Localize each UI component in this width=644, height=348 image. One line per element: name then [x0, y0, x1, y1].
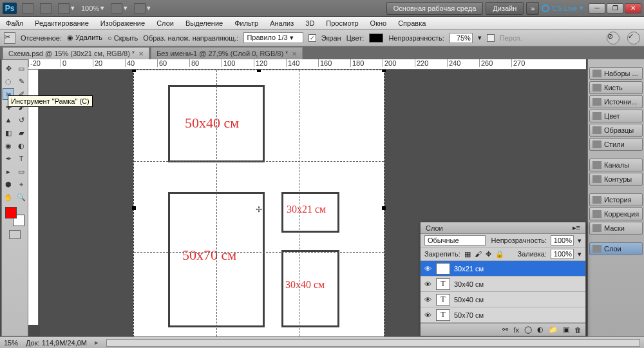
dock-swatches[interactable]: Образцы [589, 124, 643, 137]
lock-position-icon[interactable]: ✥ [486, 250, 491, 258]
layer-opacity-field[interactable]: 100% [551, 235, 574, 246]
visibility-icon[interactable]: 👁 [423, 295, 432, 304]
view-extras-icon[interactable]: ▾ [58, 3, 75, 14]
screen-mode-icon[interactable]: ▾ [134, 3, 151, 14]
dock-color[interactable]: Цвет [589, 110, 643, 122]
adjustment-layer-icon[interactable]: ◐ [537, 325, 544, 334]
lock-all-icon[interactable]: 🔒 [495, 250, 504, 258]
opacity-field[interactable]: 75% [450, 33, 473, 43]
menu-select[interactable]: Выделение [180, 19, 229, 27]
menu-image[interactable]: Изображение [95, 19, 151, 27]
blend-mode-select[interactable]: Обычные [424, 235, 486, 246]
quick-select-tool[interactable]: ✎ [15, 75, 27, 87]
menu-filter[interactable]: Фильтр [229, 19, 264, 27]
menu-3d[interactable]: 3D [299, 19, 320, 27]
pen-tool[interactable]: ✒ [3, 153, 14, 164]
link-layers-icon[interactable]: ⚯ [502, 325, 508, 334]
commit-crop-icon[interactable]: ✓ [627, 32, 640, 44]
workspace-main-button[interactable]: Основная рабочая среда [386, 2, 484, 15]
shield-color-swatch[interactable] [369, 34, 383, 43]
dock-clone-source[interactable]: Источни... [589, 95, 643, 108]
dock-layers[interactable]: Слои [589, 242, 643, 255]
dock-masks[interactable]: Маски [589, 222, 643, 235]
overlay-select[interactable]: Правило 1/3 ▾ [243, 32, 303, 43]
dropdown-icon[interactable]: ▾ [578, 237, 582, 245]
zoom-tool[interactable]: 🔍 [15, 191, 27, 203]
fg-color-swatch[interactable] [5, 207, 17, 218]
menu-view[interactable]: Просмотр [320, 19, 364, 27]
status-zoom[interactable]: 15% [4, 339, 18, 347]
opacity-dropdown-icon[interactable]: ▾ [478, 34, 482, 42]
layers-panel-tab[interactable]: Слои▸≡ [421, 222, 585, 234]
layers-panel[interactable]: Слои▸≡ Обычные Непрозрачность: 100%▾ Зак… [420, 222, 586, 336]
menu-edit[interactable]: Редактирование [29, 19, 95, 27]
maximize-button[interactable]: ❐ [607, 3, 623, 14]
dock-paths[interactable]: Контуры [589, 173, 643, 186]
group-icon[interactable]: 📁 [549, 325, 558, 334]
stamp-tool[interactable]: ▲ [3, 114, 14, 126]
type-tool[interactable]: T [15, 153, 27, 164]
3d-camera-tool[interactable]: ⌖ [15, 179, 27, 190]
hide-radio[interactable]: ○ Скрыть [108, 34, 138, 42]
panel-menu-icon[interactable]: ▸≡ [573, 224, 580, 232]
color-picker[interactable] [5, 207, 24, 226]
delete-layer-icon[interactable]: 🗑 [574, 326, 582, 334]
hand-tool[interactable]: ✋ [3, 191, 14, 203]
status-arrow-icon[interactable]: ▸ [95, 338, 99, 347]
doc-tab-active[interactable]: Схема.psd @ 15% (30x21 см, RGB/8) *✕ [3, 47, 149, 59]
menu-window[interactable]: Окно [365, 19, 393, 27]
new-layer-icon[interactable]: ▣ [563, 325, 569, 334]
menu-help[interactable]: Справка [392, 19, 431, 27]
menu-analysis[interactable]: Анализ [264, 19, 299, 27]
visibility-icon[interactable]: 👁 [423, 264, 432, 273]
dock-history[interactable]: История [589, 193, 643, 206]
layer-row[interactable]: 👁T50x40 см [421, 292, 585, 307]
status-doc-size[interactable]: Док: 114,9M/24,0M [26, 339, 87, 347]
visibility-icon[interactable]: 👁 [423, 280, 432, 289]
horizontal-scrollbar[interactable] [106, 339, 640, 347]
arrange-documents-icon[interactable]: ▾ [111, 3, 128, 14]
move-tool[interactable]: ✥ [3, 63, 14, 74]
dropdown-icon[interactable]: ▾ [578, 250, 582, 258]
cs-live-button[interactable]: CS Live▾ [542, 4, 583, 12]
lock-pixels-icon[interactable]: 🖌 [475, 250, 482, 258]
history-brush-tool[interactable]: ↺ [15, 114, 27, 126]
layer-mask-icon[interactable]: ◯ [524, 325, 532, 334]
persp-checkbox[interactable] [487, 34, 495, 42]
menu-layers[interactable]: Слои [151, 19, 180, 27]
3d-tool[interactable]: ⬢ [3, 179, 14, 190]
mini-bridge-icon[interactable] [40, 3, 52, 14]
doc-tab[interactable]: Без имени-1 @ 27,9% (Слой 0, RGB/8) *✕ [151, 47, 303, 59]
minimize-button[interactable]: ─ [589, 3, 605, 14]
launch-bridge-icon[interactable] [22, 3, 33, 14]
gradient-tool[interactable]: ▰ [15, 127, 27, 139]
layer-row[interactable]: 👁T30x21 см [421, 261, 585, 276]
marquee-tool[interactable]: ▭ [15, 63, 27, 74]
delete-radio[interactable]: ◉ Удалить [67, 34, 102, 42]
quick-mask-toggle[interactable] [9, 230, 21, 239]
eraser-tool[interactable]: ◧ [3, 127, 14, 139]
lock-transparency-icon[interactable]: ▦ [464, 250, 471, 258]
shape-tool[interactable]: ▭ [15, 166, 27, 177]
layer-row[interactable]: 👁T30x40 см [421, 276, 585, 292]
cancel-crop-icon[interactable]: ⊘ [607, 32, 620, 44]
lasso-tool[interactable]: ◌ [3, 75, 14, 87]
blur-tool[interactable]: ◉ [3, 140, 14, 151]
dodge-tool[interactable]: ◐ [15, 140, 27, 151]
layer-name[interactable]: 50x40 см [454, 296, 484, 304]
dock-channels[interactable]: Каналы [589, 159, 643, 171]
crop-tool-preset-icon[interactable]: ✂ [4, 32, 15, 44]
dock-brush-presets[interactable]: Наборы ... [589, 67, 643, 80]
close-button[interactable]: ✕ [625, 3, 641, 14]
close-tab-icon[interactable]: ✕ [138, 50, 144, 57]
visibility-icon[interactable]: 👁 [423, 311, 432, 320]
layer-row[interactable]: 👁T50x70 см [421, 307, 585, 323]
dock-adjustments[interactable]: Коррекция [589, 208, 643, 220]
dock-brush[interactable]: Кисть [589, 81, 643, 94]
path-select-tool[interactable]: ▸ [3, 166, 14, 177]
workspace-more-button[interactable]: » [526, 2, 539, 15]
workspace-design-button[interactable]: Дизайн [486, 2, 524, 15]
zoom-level[interactable]: 100% ▾ [81, 4, 104, 12]
layer-name[interactable]: 30x21 см [454, 265, 484, 273]
fill-field[interactable]: 100% [551, 249, 574, 259]
